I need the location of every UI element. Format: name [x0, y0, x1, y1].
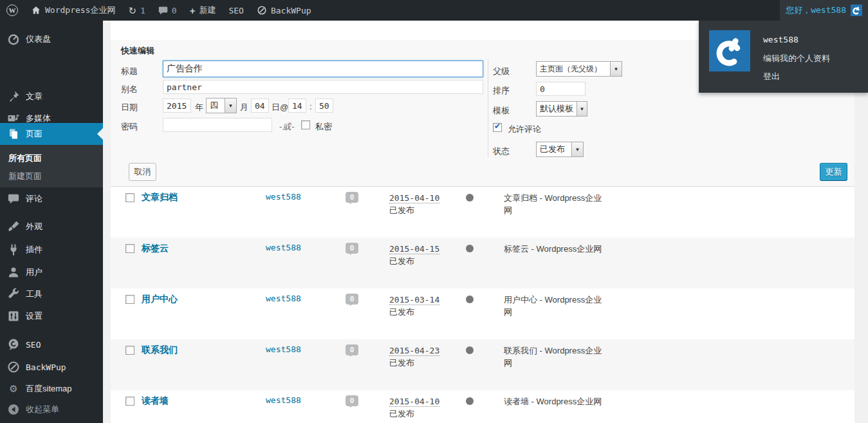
sidebar-item-label: 收起菜单 — [26, 404, 59, 415]
hour-input[interactable] — [288, 99, 306, 113]
sidebar-item-baidu-sitemap[interactable]: ⚙ 百度sitemap — [0, 378, 103, 400]
sidebar-item-label: 设置 — [26, 310, 42, 322]
author-link[interactable]: west588 — [266, 192, 301, 202]
admin-sidebar: 仪表盘 文章 多媒体 页面 所有页面 新建页面 评论 外观 插件 用户 工具 — [0, 21, 103, 423]
time-separator: : — [309, 102, 312, 111]
page-description: 文章归档 - Wordpress企业网 — [504, 192, 613, 216]
comment-count-bubble[interactable]: 0 — [346, 192, 358, 203]
chevron-down-icon: ▼ — [571, 142, 583, 156]
year-input[interactable] — [163, 99, 191, 113]
column-divider — [488, 59, 488, 157]
sidebar-item-dashboard[interactable]: 仪表盘 — [0, 28, 103, 50]
new-content-link[interactable]: + 新建 — [183, 0, 223, 21]
sidebar-item-pages[interactable]: 页面 — [0, 123, 103, 145]
publish-status: 已发布 — [389, 256, 414, 266]
row-checkbox[interactable] — [125, 346, 134, 355]
dashboard-icon — [7, 33, 20, 46]
sidebar-item-label: SEO — [26, 340, 41, 350]
table-row: 标签云 west588 0 2015-04-15已发布 标签云 - Wordpr… — [111, 238, 854, 288]
page-title-link[interactable]: 文章归档 — [142, 192, 178, 202]
slug-label: 别名 — [121, 84, 138, 95]
cancel-button[interactable]: 取消 — [129, 163, 156, 181]
sidebar-item-all-pages[interactable]: 所有页面 — [0, 149, 103, 167]
allow-comments-checkbox[interactable] — [493, 123, 502, 132]
gear-icon: ⚙ — [7, 384, 20, 394]
seo-indicator-dot — [466, 346, 474, 354]
page-title-link[interactable]: 读者墙 — [142, 395, 169, 406]
comment-count-bubble[interactable]: 0 — [346, 294, 358, 305]
plus-icon: + — [190, 5, 196, 16]
row-checkbox[interactable] — [125, 397, 134, 406]
page-title-link[interactable]: 联系我们 — [142, 344, 178, 355]
title-label: 标题 — [121, 66, 138, 77]
active-menu-arrow — [97, 128, 103, 140]
seo-bar-link[interactable]: SEO — [222, 0, 250, 21]
backwpup-icon — [7, 361, 20, 373]
template-select[interactable]: 默认模板 ▼ — [536, 101, 587, 117]
sidebar-item-label: 外观 — [26, 221, 42, 232]
update-button[interactable]: 更新 — [820, 163, 847, 181]
chevron-down-icon: ▼ — [610, 62, 622, 76]
parent-select[interactable]: 主页面（无父级） ▼ — [536, 61, 622, 77]
private-label: 私密 — [315, 121, 332, 133]
plugin-icon — [7, 243, 20, 256]
author-link[interactable]: west588 — [266, 243, 301, 252]
parent-label: 父级 — [493, 66, 510, 77]
or-separator: -或- — [279, 121, 295, 133]
minute-input[interactable] — [315, 99, 333, 113]
sidebar-item-comments[interactable]: 评论 — [0, 188, 103, 210]
status-select[interactable]: 已发布 ▼ — [536, 142, 584, 157]
wordpress-logo-menu[interactable]: W — [0, 0, 24, 21]
page-title-link[interactable]: 标签云 — [142, 243, 169, 253]
comment-count-bubble[interactable]: 0 — [346, 243, 358, 254]
sidebar-item-appearance[interactable]: 外观 — [0, 216, 103, 238]
sidebar-item-label: 工具 — [26, 288, 42, 300]
sidebar-item-tools[interactable]: 工具 — [0, 283, 103, 305]
title-input[interactable] — [163, 61, 483, 77]
site-name-link[interactable]: Wordpress企业网 — [24, 0, 122, 21]
author-link[interactable]: west588 — [266, 294, 301, 303]
day-suffix-label: 日@ — [272, 102, 288, 113]
password-input[interactable] — [163, 118, 272, 132]
order-label: 排序 — [493, 85, 510, 97]
slug-input[interactable] — [163, 80, 483, 94]
edit-profile-link[interactable]: 编辑我的个人资料 — [763, 53, 830, 64]
my-account-menu[interactable]: 您好，west588 — [780, 0, 868, 21]
private-checkbox[interactable] — [301, 120, 310, 129]
day-input[interactable] — [251, 99, 269, 113]
comment-count-bubble[interactable]: 0 — [346, 344, 358, 355]
backwpup-icon — [257, 5, 267, 15]
updates-link[interactable]: ↻ 1 — [122, 0, 151, 21]
sidebar-item-settings[interactable]: 设置 — [0, 305, 103, 327]
comment-bubble-icon — [158, 6, 168, 15]
sidebar-item-plugins[interactable]: 插件 — [0, 239, 103, 261]
page-title-link[interactable]: 用户中心 — [142, 294, 178, 304]
comment-count-bubble[interactable]: 0 — [346, 395, 358, 406]
row-checkbox[interactable] — [125, 244, 134, 253]
comments-link[interactable]: 0 — [152, 0, 183, 21]
sidebar-item-seo[interactable]: SEO — [0, 334, 103, 355]
update-icon: ↻ — [128, 6, 136, 15]
backwpup-bar-link[interactable]: BackWPup — [250, 0, 318, 21]
logout-link[interactable]: 登出 — [763, 71, 780, 82]
table-row: 用户中心 west588 0 2015-03-14已发布 用户中心 - Word… — [111, 288, 854, 339]
sidebar-item-backwpup[interactable]: BackWPup — [0, 356, 103, 378]
row-checkbox[interactable] — [125, 295, 134, 304]
author-link[interactable]: west588 — [266, 395, 301, 405]
sidebar-item-posts[interactable]: 文章 — [0, 86, 103, 108]
order-input[interactable] — [536, 82, 586, 96]
comment-count: 0 — [172, 6, 177, 15]
sidebar-item-new-page[interactable]: 新建页面 — [0, 167, 103, 185]
admin-bar: W Wordpress企业网 ↻ 1 0 + 新建 SEO BackWPup 您… — [0, 0, 868, 21]
table-row: 读者墙 west588 0 2015-04-10已发布 读者墙 - Wordpr… — [111, 390, 854, 423]
author-link[interactable]: west588 — [266, 344, 301, 354]
sidebar-item-label: 用户 — [26, 267, 42, 278]
publish-status: 已发布 — [389, 205, 414, 215]
table-row: 文章归档 west588 0 2015-04-10已发布 文章归档 - Word… — [111, 187, 854, 238]
publish-status: 已发布 — [389, 409, 414, 418]
sidebar-item-label: 文章 — [26, 91, 42, 102]
sidebar-item-collapse-menu[interactable]: 收起菜单 — [0, 399, 103, 420]
sidebar-item-users[interactable]: 用户 — [0, 261, 103, 283]
month-select[interactable]: 四 ▼ — [206, 98, 237, 113]
row-checkbox[interactable] — [125, 193, 134, 202]
